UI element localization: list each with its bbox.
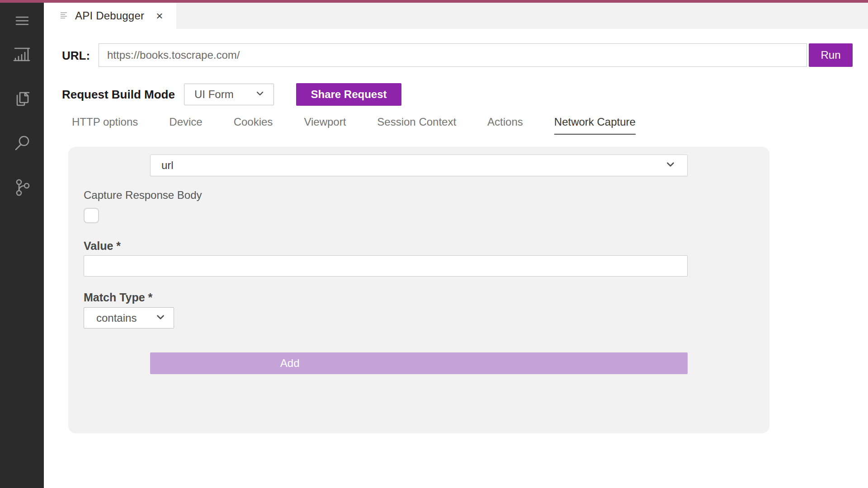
capture-field-selected-value: url — [161, 159, 174, 172]
bar-chart-icon[interactable] — [12, 44, 33, 65]
chevron-down-icon — [255, 88, 265, 101]
match-type-select[interactable]: contains — [84, 307, 174, 328]
run-button[interactable]: Run — [809, 43, 853, 67]
match-type-selected-value: contains — [96, 312, 137, 324]
tab-network-capture[interactable]: Network Capture — [554, 116, 636, 135]
menu-icon[interactable] — [12, 10, 33, 31]
share-request-button[interactable]: Share Request — [296, 83, 401, 106]
section-tabs: HTTP options Device Cookies Viewport Ses… — [72, 116, 636, 135]
request-build-mode-label: Request Build Mode — [62, 88, 175, 102]
tab-actions[interactable]: Actions — [487, 116, 523, 135]
match-type-label: Match Type * — [84, 291, 152, 304]
tab-viewport[interactable]: Viewport — [304, 116, 346, 135]
build-mode-select[interactable]: UI Form — [184, 84, 274, 105]
tab-title: API Debugger — [75, 9, 144, 22]
tab-strip: API Debugger × — [44, 3, 868, 29]
copy-icon[interactable] — [12, 89, 33, 109]
search-icon[interactable] — [12, 133, 33, 154]
value-label: Value * — [84, 239, 121, 253]
capture-response-body-checkbox[interactable] — [84, 208, 99, 223]
build-mode-selected-value: UI Form — [194, 88, 234, 101]
tab-session-context[interactable]: Session Context — [377, 116, 456, 135]
chevron-down-icon — [155, 311, 166, 325]
chevron-down-icon — [665, 159, 676, 172]
tab-device[interactable]: Device — [169, 116, 202, 135]
tab-http-options[interactable]: HTTP options — [72, 116, 138, 135]
sidebar — [0, 3, 44, 488]
network-capture-panel: url Capture Response Body Value * Match … — [68, 147, 769, 433]
tab-api-debugger[interactable]: API Debugger × — [44, 3, 176, 29]
add-button-label: Add — [280, 357, 300, 370]
close-icon[interactable]: × — [156, 10, 163, 22]
value-input[interactable] — [84, 255, 688, 277]
url-input[interactable] — [99, 43, 807, 67]
tab-cookies[interactable]: Cookies — [234, 116, 273, 135]
capture-field-select[interactable]: url — [150, 155, 688, 176]
url-label: URL: — [62, 49, 90, 63]
git-branch-icon[interactable] — [12, 177, 33, 198]
capture-response-body-label: Capture Response Body — [84, 189, 202, 202]
log-lines-icon — [59, 10, 70, 21]
add-button[interactable]: Add — [150, 352, 688, 374]
